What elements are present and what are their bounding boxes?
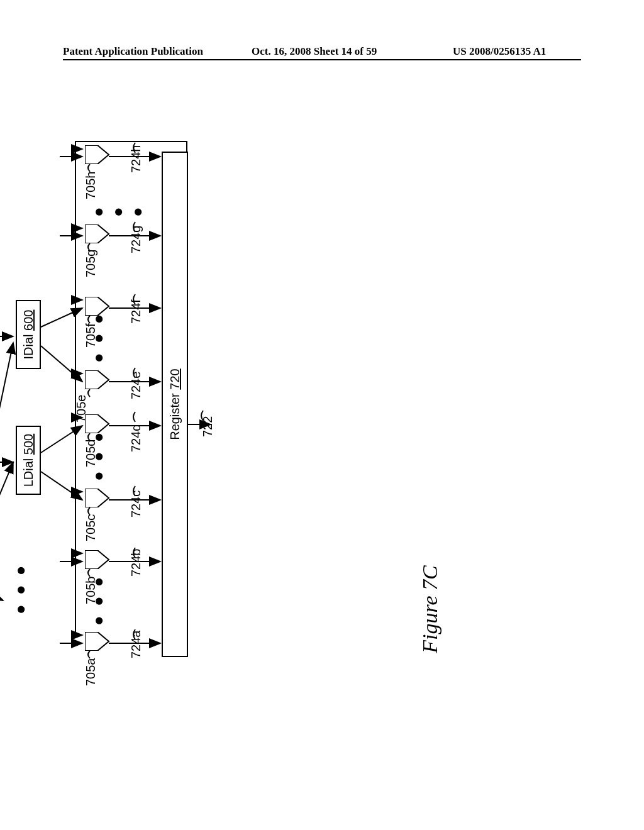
svg-marker-24 xyxy=(85,632,109,651)
figure-diagram: CDial 700 LDial 500 IDial 600 705a 705b … xyxy=(3,198,582,607)
mux-c xyxy=(85,491,97,507)
register-num: 720 xyxy=(168,368,182,389)
svg-line-7 xyxy=(41,472,82,500)
svg-marker-26 xyxy=(85,489,109,507)
mux-label-h: 705h xyxy=(84,172,98,200)
dots-4: ● ● ● xyxy=(89,311,108,363)
mux-g xyxy=(85,227,97,243)
out-label-h: 724h xyxy=(129,145,143,174)
svg-line-8 xyxy=(41,426,82,453)
mux-b xyxy=(85,553,97,569)
register-out-label: 722 xyxy=(201,416,215,437)
dots-3: ● ● ● xyxy=(89,429,108,481)
svg-line-4 xyxy=(0,583,3,600)
figure-caption: Figure 7C xyxy=(418,566,442,653)
ldial-block: LDial 500 xyxy=(16,426,41,495)
dots-5: ● ● ● xyxy=(89,198,147,217)
idial-name: IDial xyxy=(21,334,36,359)
mux-label-a: 705a xyxy=(84,658,98,687)
header-right: US 2008/0256135 A1 xyxy=(453,45,546,58)
idial-block: IDial 600 xyxy=(16,300,41,369)
register-block: Register 720 xyxy=(162,152,188,657)
register-name: Register xyxy=(168,393,182,440)
out-label-g: 724g xyxy=(129,226,143,254)
mux-label-g: 705g xyxy=(84,250,98,278)
idial-num: 600 xyxy=(21,310,36,331)
dots-1: ● ● ● xyxy=(11,563,30,614)
out-label-d: 724d xyxy=(129,424,143,453)
svg-line-9 xyxy=(41,346,82,382)
mux-label-c: 705c xyxy=(84,514,98,541)
mux-label-e: 705e xyxy=(74,395,89,423)
header-rule xyxy=(63,59,581,60)
out-label-f: 724f xyxy=(129,299,143,324)
out-label-a: 724a xyxy=(129,631,143,659)
mux-a xyxy=(85,634,97,651)
out-label-e: 724e xyxy=(129,372,143,400)
dots-2: ● ● ● xyxy=(89,574,108,626)
mux-e xyxy=(85,373,97,389)
svg-marker-25 xyxy=(85,550,109,569)
svg-marker-28 xyxy=(85,370,109,389)
svg-marker-31 xyxy=(85,145,109,164)
svg-marker-30 xyxy=(85,224,109,243)
svg-line-10 xyxy=(41,308,82,327)
out-label-b: 724b xyxy=(129,549,143,577)
ldial-name: LDial xyxy=(21,458,36,487)
mux-h xyxy=(85,148,97,164)
ldial-num: 500 xyxy=(21,434,36,455)
header-left: Patent Application Publication xyxy=(63,45,203,58)
header-mid: Oct. 16, 2008 Sheet 14 of 59 xyxy=(252,45,377,58)
out-label-c: 724c xyxy=(129,490,143,517)
